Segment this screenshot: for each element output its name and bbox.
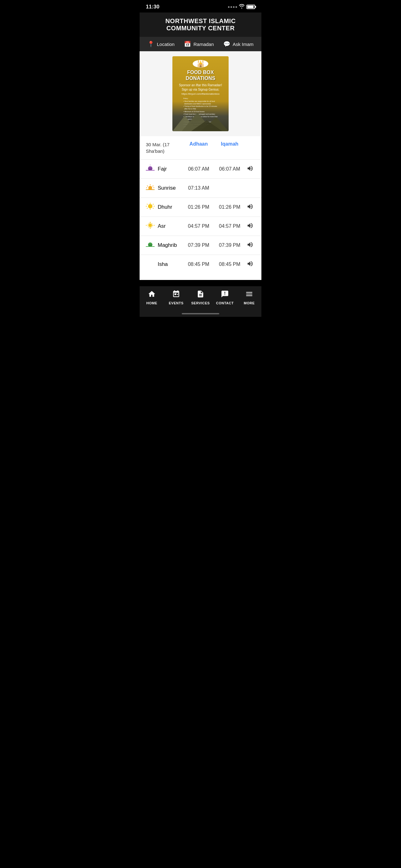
bottom-nav-contact[interactable]: CONTACT	[215, 290, 234, 305]
banner-container: 🕌 FOOD BOXDONATIONS Sponsor an iftar thi…	[140, 51, 261, 136]
svg-point-29	[148, 243, 153, 247]
svg-line-19	[147, 204, 148, 205]
services-label: SERVICES	[191, 301, 209, 305]
app-header: NORTHWEST ISLAMIC COMMUNITY CENTER	[140, 12, 261, 37]
home-label: HOME	[146, 301, 157, 305]
fajr-icon	[146, 165, 155, 174]
wifi-icon	[239, 4, 244, 10]
isha-iqamah: 08:45 PM	[214, 261, 245, 267]
svg-point-31	[152, 262, 153, 262]
nav-ramadan[interactable]: 📅 Ramadan	[184, 41, 213, 48]
banner-url: https://tinyurl.com/iftardonationbox	[181, 92, 220, 95]
signal-icon	[228, 6, 237, 8]
fajr-sound-icon[interactable]	[245, 165, 255, 174]
maghrib-icon	[146, 241, 155, 250]
prayer-row-isha: Isha 08:45 PM 08:45 PM	[140, 255, 261, 274]
isha-sound-icon[interactable]	[245, 260, 255, 269]
contact-icon	[221, 290, 229, 300]
banner-title: FOOD BOXDONATIONS	[186, 69, 215, 81]
battery-icon	[246, 5, 255, 9]
dhuhr-adhaan: 01:26 PM	[183, 204, 214, 210]
bottom-nav-events[interactable]: EVENTS	[167, 290, 186, 305]
ramadan-icon: 📅	[184, 41, 191, 48]
sunrise-name: Sunrise	[158, 185, 176, 191]
more-icon	[245, 290, 253, 300]
isha-adhaan: 08:45 PM	[183, 261, 214, 267]
prayer-row-asr: Asr 04:57 PM 04:57 PM	[140, 217, 261, 236]
isha-icon	[146, 260, 155, 269]
fajr-iqamah: 06:07 AM	[214, 166, 245, 172]
nav-location[interactable]: 📍 Location	[147, 41, 175, 48]
services-icon	[196, 290, 205, 300]
dhuhr-icon	[146, 203, 155, 212]
maghrib-sound-icon[interactable]	[245, 241, 255, 250]
bottom-nav: HOME EVENTS SERVICES CONTACT	[140, 286, 261, 311]
app-title: NORTHWEST ISLAMIC COMMUNITY CENTER	[146, 18, 255, 32]
asr-adhaan: 04:57 PM	[183, 223, 214, 229]
svg-point-23	[149, 224, 152, 227]
svg-point-32	[153, 263, 153, 264]
banner-mountains	[172, 110, 229, 131]
prayer-section: 30 Mar. (17 Sha'ban) Adhaan Iqamah	[140, 136, 261, 280]
dhuhr-name: Dhuhr	[158, 204, 172, 210]
sunrise-icon	[146, 184, 155, 192]
nav-bar: 📍 Location 📅 Ramadan 💬 Ask Imam	[140, 37, 261, 51]
svg-line-21	[153, 204, 153, 205]
fajr-adhaan: 06:07 AM	[183, 166, 214, 172]
nav-ask-imam-label: Ask Imam	[233, 41, 254, 47]
svg-line-10	[153, 186, 154, 187]
svg-point-33	[152, 264, 153, 264]
more-label: MORE	[244, 301, 255, 305]
sunrise-adhaan: 07:13 AM	[183, 185, 214, 191]
isha-name: Isha	[158, 261, 168, 268]
maghrib-iqamah: 07:39 PM	[214, 243, 245, 248]
prayer-row-fajr: Fajr 06:07 AM 06:07 AM	[140, 159, 261, 178]
fajr-name: Fajr	[158, 166, 167, 172]
bottom-nav-home[interactable]: HOME	[142, 290, 161, 305]
status-bar: 11:30	[140, 0, 261, 12]
banner-emblem-icon: 🕌	[193, 60, 208, 67]
fajr-info: Fajr	[146, 165, 183, 174]
home-icon	[148, 290, 156, 300]
svg-point-14	[148, 204, 153, 208]
svg-line-9	[147, 186, 148, 187]
svg-line-22	[147, 208, 148, 208]
banner-subtitle: Sponsor an iftar this Ramadan!Sign up vi…	[179, 83, 222, 92]
food-box-banner: 🕌 FOOD BOXDONATIONS Sponsor an iftar thi…	[172, 56, 229, 131]
location-icon: 📍	[147, 41, 154, 48]
prayer-row-sunrise: Sunrise 07:13 AM	[140, 178, 261, 197]
adhaan-header: Adhaan	[183, 141, 214, 147]
sunrise-info: Sunrise	[146, 184, 183, 192]
maghrib-info: Maghrib	[146, 241, 183, 250]
prayer-row-maghrib: Maghrib 07:39 PM 07:39 PM	[140, 236, 261, 255]
maghrib-adhaan: 07:39 PM	[183, 243, 214, 248]
bottom-nav-more[interactable]: MORE	[240, 290, 259, 305]
status-time: 11:30	[146, 4, 159, 10]
prayer-date: 30 Mar. (17 Sha'ban)	[146, 141, 183, 154]
dhuhr-sound-icon[interactable]	[245, 203, 255, 212]
dhuhr-iqamah: 01:26 PM	[214, 204, 245, 210]
asr-name: Asr	[158, 223, 166, 229]
events-label: EVENTS	[169, 301, 183, 305]
asr-icon	[146, 222, 155, 230]
svg-point-4	[148, 166, 153, 170]
ask-imam-icon: 💬	[223, 41, 230, 48]
home-indicator	[140, 311, 261, 317]
iqamah-header: Iqamah	[214, 141, 245, 147]
status-icons	[228, 4, 255, 10]
isha-info: Isha	[146, 260, 183, 269]
prayer-header-row: 30 Mar. (17 Sha'ban) Adhaan Iqamah	[140, 136, 261, 159]
maghrib-name: Maghrib	[158, 242, 177, 248]
nav-location-label: Location	[157, 41, 175, 47]
svg-line-20	[153, 208, 153, 208]
asr-sound-icon[interactable]	[245, 222, 255, 230]
asr-info: Asr	[146, 222, 183, 230]
bottom-nav-services[interactable]: SERVICES	[191, 290, 210, 305]
contact-label: CONTACT	[216, 301, 234, 305]
asr-iqamah: 04:57 PM	[214, 223, 245, 229]
main-content: 🕌 FOOD BOXDONATIONS Sponsor an iftar thi…	[140, 51, 261, 280]
prayer-row-dhuhr: Dhuhr 01:26 PM 01:26 PM	[140, 197, 261, 217]
nav-ask-imam[interactable]: 💬 Ask Imam	[223, 41, 254, 48]
dhuhr-info: Dhuhr	[146, 203, 183, 212]
nav-ramadan-label: Ramadan	[193, 41, 213, 47]
